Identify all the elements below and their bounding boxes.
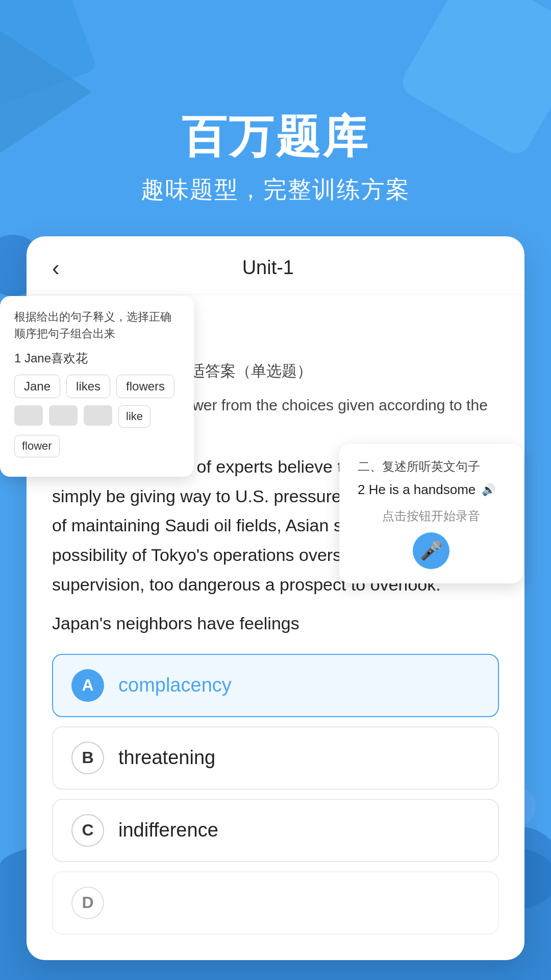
answer-options: A complacency B threatening C indifferen… (27, 649, 524, 940)
page-title: 百万题库 (0, 112, 551, 162)
overlay-left-instruction: 根据给出的句子释义，选择正确顺序把句子组合出来 (14, 308, 180, 342)
card-title: Unit-1 (60, 257, 477, 279)
option-c-letter: C (71, 814, 104, 847)
word-slots-row: like (14, 405, 180, 428)
overlay-right-card: 二、复述所听英文句子 2 He is a handsome 🔊 点击按钮开始录音… (339, 444, 523, 583)
word-chips-extra: flower (14, 435, 180, 457)
option-b-text: threatening (118, 747, 215, 769)
slot-2[interactable] (49, 405, 78, 426)
overlay-left-card: 根据给出的句子释义，选择正确顺序把句子组合出来 1 Jane喜欢花 Jane l… (0, 296, 194, 477)
mic-button[interactable]: 🎤 (413, 532, 449, 569)
option-c-text: indifference (118, 819, 218, 841)
chip-flower[interactable]: flower (14, 435, 60, 457)
back-button[interactable]: ‹ (52, 257, 60, 279)
option-a-text: complacency (118, 674, 232, 696)
option-a-letter: A (71, 669, 104, 702)
mic-icon: 🎤 (420, 540, 443, 561)
slot-3[interactable] (84, 405, 112, 426)
overlay-right-header: 二、复述所听英文句子 (358, 458, 505, 475)
question-tail: Japan's neighbors have feelings (52, 609, 499, 639)
chip-flowers[interactable]: flowers (116, 375, 174, 398)
option-b[interactable]: B threatening (52, 726, 499, 790)
option-c[interactable]: C indifference (52, 799, 499, 862)
option-d[interactable]: D (52, 871, 499, 935)
speaker-icon[interactable]: 🔊 (482, 483, 495, 497)
overlay-right-sentence: 2 He is a handsome 🔊 (358, 482, 505, 498)
chip-jane[interactable]: Jane (14, 375, 60, 398)
chip-like[interactable]: like (118, 405, 151, 428)
record-hint: 点击按钮开始录音 (358, 508, 505, 524)
page-subtitle: 趣味题型，完整训练方案 (0, 174, 551, 206)
overlay-right-text: 2 He is a handsome (358, 482, 475, 498)
option-d-letter: D (71, 887, 104, 919)
overlay-left-question: 1 Jane喜欢花 (14, 350, 180, 366)
option-b-letter: B (71, 742, 104, 774)
option-a[interactable]: A complacency (52, 654, 499, 717)
slot-1[interactable] (14, 405, 43, 426)
card-header: ‹ Unit-1 (27, 236, 524, 295)
word-chips-source: Jane likes flowers (14, 375, 180, 398)
header-section: 百万题库 趣味题型，完整训练方案 (0, 0, 551, 236)
chip-likes[interactable]: likes (66, 375, 110, 398)
